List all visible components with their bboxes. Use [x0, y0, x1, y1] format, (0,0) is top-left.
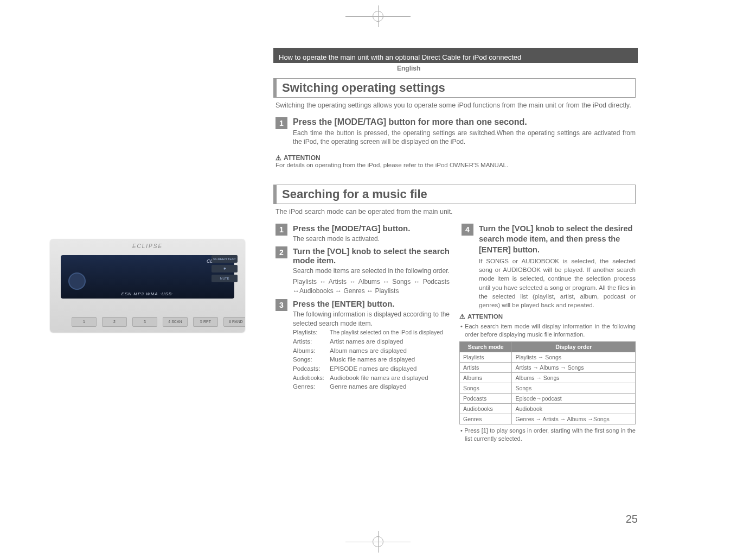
searching-step-4: 4 Turn the [VOL] knob to select the desi…: [462, 224, 636, 309]
table-cell: Songs: [512, 383, 636, 393]
section-title-switching: Switching operating settings: [273, 78, 636, 98]
mode-value: The playlist selected on the iPod is dis…: [330, 329, 443, 335]
table-cell: Episode→podcast: [512, 393, 636, 403]
switching-intro: Switching the operating settings allows …: [276, 101, 636, 111]
device-screen: ECLIPSE CD5030 ESN MP3 WMA ·USB·: [61, 255, 234, 299]
device-brand-label: ECLIPSE: [132, 243, 163, 249]
table-row: AudiobooksAudiobook: [460, 403, 636, 414]
page-number: 25: [626, 513, 638, 525]
attention-label: ATTENTION: [459, 313, 636, 320]
switching-step1-desc: Each time the button is pressed, the ope…: [293, 129, 636, 147]
searching-step3-intro: The following information is displayed a…: [293, 310, 450, 328]
table-cell: Audiobooks: [460, 403, 512, 414]
searching-step2-desc2: Playlists ↔ Artists ↔ Albums ↔ Songs ↔ P…: [293, 277, 450, 296]
searching-step-1: 1 Press the [MODE/TAG] button. The searc…: [276, 224, 450, 244]
searching-step-2: 2 Turn the [VOL] knob to select the sear…: [276, 246, 450, 295]
mode-label: Albums:: [293, 346, 330, 356]
device-side-button: MUTE: [212, 275, 238, 282]
mode-label: Playlists:: [293, 328, 330, 337]
table-cell: Albums: [460, 372, 512, 383]
searching-step1-title: Press the [MODE/TAG] button.: [293, 224, 450, 233]
searching-attention: ATTENTION Each search item mode will dis…: [459, 313, 636, 443]
step-number-icon: 3: [276, 299, 287, 311]
language-label: English: [397, 65, 420, 72]
attention-text: For details on operating from the iPod, …: [276, 162, 636, 168]
table-row: SongsSongs: [460, 383, 636, 393]
mode-label: Podcasts:: [293, 364, 330, 373]
device-side-buttons: SCREEN TEXT ✱ MUTE: [212, 255, 238, 282]
switching-attention: ATTENTION For details on operating from …: [276, 154, 636, 168]
footnote-bullet: Press [1] to play songs in order, starti…: [459, 427, 636, 443]
searching-step1-desc: The search mode is activated.: [293, 234, 450, 244]
table-row: ArtistsArtists → Albums → Songs: [460, 362, 636, 372]
step-number-icon: 1: [276, 117, 287, 129]
table-cell: Albums → Songs: [512, 372, 636, 383]
register-mark-bottom: [345, 531, 411, 553]
mode-value: Genre names are displayed: [330, 383, 406, 390]
device-preset: 2: [102, 317, 127, 327]
device-preset: 1: [72, 317, 97, 327]
header-breadcrumb: How to operate the main unit with an opt…: [273, 48, 638, 63]
switching-step-1: 1 Press the [MODE/TAG] button for more t…: [276, 117, 636, 147]
switching-step1-title: Press the [MODE/TAG] button for more tha…: [293, 117, 636, 127]
mode-label: Artists:: [293, 337, 330, 346]
device-side-button: SCREEN TEXT: [212, 255, 238, 263]
device-side-button: ✱: [212, 265, 238, 272]
table-cell: Playlists: [460, 352, 512, 362]
searching-step3-title: Press the [ENTER] button.: [293, 299, 450, 308]
device-codecs-label: ESN MP3 WMA ·USB·: [121, 291, 174, 296]
table-cell: Podcasts: [460, 393, 512, 403]
step-number-icon: 1: [276, 224, 287, 236]
searching-step4-title: Turn the [VOL] knob to select the desire…: [479, 224, 636, 256]
mode-label: Songs:: [293, 355, 330, 364]
table-row: PodcastsEpisode→podcast: [460, 393, 636, 403]
searching-step2-title: Turn the [VOL] knob to select the search…: [293, 246, 450, 265]
table-cell: Genres: [460, 414, 512, 424]
mode-value: Audiobook file names are displayed: [330, 375, 428, 381]
register-mark-top: [345, 5, 411, 27]
mode-label: Audiobooks:: [293, 374, 330, 382]
searching-step2-desc1: Search mode items are selected in the fo…: [293, 267, 450, 276]
table-cell: Artists → Albums → Songs: [512, 362, 636, 372]
header-breadcrumb-text: How to operate the main unit with an opt…: [279, 53, 521, 61]
device-preset: 6 RAND: [223, 317, 245, 327]
mode-value: Artist names are displayed: [330, 338, 403, 345]
table-row: GenresGenres → Artists → Albums →Songs: [460, 414, 636, 424]
mode-value: EPISODE names are displayed: [330, 365, 417, 372]
device-preset: 5 RPT: [193, 317, 218, 327]
mode-value: Music file names are displayed: [330, 356, 415, 363]
attention-bullet-text: Each search item mode will display infor…: [459, 322, 636, 339]
table-header-order: Display order: [512, 341, 636, 352]
attention-label: ATTENTION: [276, 154, 636, 162]
table-cell: Genres → Artists → Albums →Songs: [512, 414, 636, 424]
section-title-searching: Searching for a music file: [273, 185, 636, 204]
table-cell: Artists: [460, 362, 512, 372]
device-image: ECLIPSE CD5030 ESN MP3 WMA ·USB· SCREEN …: [50, 239, 245, 332]
display-order-table: Search mode Display order PlaylistsPlayl…: [459, 341, 636, 424]
table-header-mode: Search mode: [460, 341, 512, 352]
step-number-icon: 4: [462, 224, 473, 236]
mode-value: Album names are displayed: [330, 347, 407, 354]
table-cell: Songs: [460, 383, 512, 393]
device-knob-icon: [68, 272, 86, 290]
searching-step4-desc: If SONGS or AUDIOBOOK is selected, the s…: [479, 257, 636, 309]
step-number-icon: 2: [276, 246, 287, 258]
searching-intro: The iPod search mode can be operated fro…: [276, 207, 636, 217]
mode-label: Genres:: [293, 382, 330, 391]
table-cell: Playlists → Songs: [512, 352, 636, 362]
device-preset: 4 SCAN: [163, 317, 188, 327]
device-preset-row: 1 2 3 4 SCAN 5 RPT 6 RAND: [72, 317, 245, 327]
table-row: PlaylistsPlaylists → Songs: [460, 352, 636, 362]
table-cell: Audiobook: [512, 403, 636, 414]
searching-mode-list: Playlists:The playlist selected on the i…: [293, 328, 450, 391]
searching-step-3: 3 Press the [ENTER] button. The followin…: [276, 299, 450, 391]
device-preset: 3: [132, 317, 157, 327]
table-row: AlbumsAlbums → Songs: [460, 372, 636, 383]
